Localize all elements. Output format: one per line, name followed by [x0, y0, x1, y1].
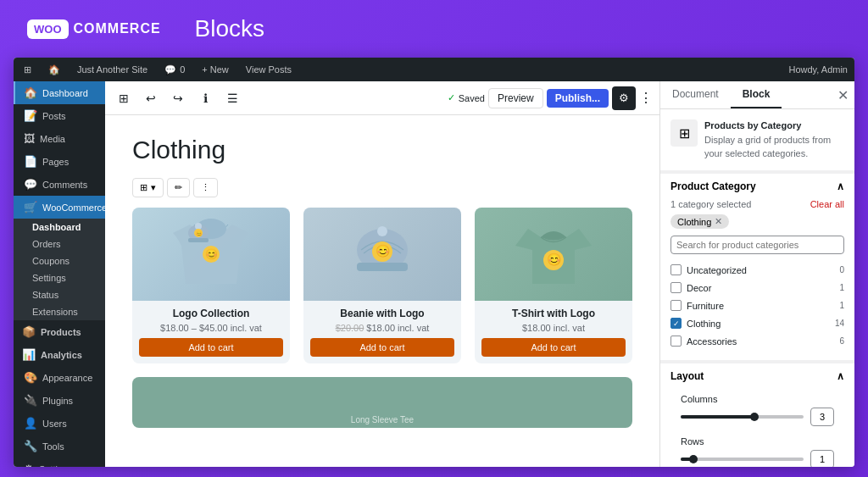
- submenu-orders[interactable]: Orders: [14, 236, 105, 252]
- sidebar-item-analytics[interactable]: 📊 Analytics: [14, 343, 105, 366]
- product-category-header[interactable]: Product Category ∧: [660, 174, 854, 199]
- category-search-input[interactable]: [670, 236, 844, 254]
- block-description: Products by Category Display a grid of p…: [704, 119, 844, 160]
- panel-close-button[interactable]: ✕: [831, 83, 854, 107]
- checkbox-furniture[interactable]: [670, 300, 682, 311]
- product-illustration-2: 😊: [331, 208, 433, 301]
- wp-logo-icon[interactable]: ⊞: [20, 58, 35, 81]
- category-count-uncategorized: 0: [839, 265, 844, 275]
- sidebar-label-products: Products: [41, 327, 81, 337]
- undo-button[interactable]: ↩: [139, 86, 163, 110]
- category-name-furniture: Furniture: [687, 301, 724, 311]
- columns-slider-row: 3: [681, 408, 834, 426]
- info-button[interactable]: ℹ: [193, 86, 217, 110]
- browser-window: ⊞ 🏠 Just Another Site 💬 0 + New View Pos…: [14, 58, 854, 467]
- columns-slider-thumb[interactable]: [750, 413, 759, 421]
- users-icon: 👤: [24, 417, 37, 430]
- add-to-cart-button-3[interactable]: Add to cart: [481, 338, 626, 357]
- category-count-clothing: 14: [835, 319, 844, 328]
- rows-slider-thumb[interactable]: [689, 455, 698, 463]
- category-item-accessories: Accessories 6: [670, 332, 844, 350]
- editor-layout: 🏠 Dashboard 📝 Posts 🖼 Media 📄 Pages 💬 Co…: [14, 81, 854, 467]
- dashboard-icon: 🏠: [24, 86, 37, 99]
- checkbox-decor[interactable]: [670, 282, 682, 293]
- sidebar-item-media[interactable]: 🖼 Media: [14, 127, 105, 150]
- block-title: Products by Category: [704, 119, 844, 132]
- submenu-status[interactable]: Status: [14, 286, 105, 303]
- product-price-2: $20.00 $18.00 incl. vat: [310, 323, 454, 333]
- woocommerce-icon: 🛒: [24, 201, 37, 214]
- sidebar-label-dashboard: Dashboard: [42, 88, 88, 98]
- layout-title: Layout: [670, 370, 704, 382]
- block-editor-area: ⊞ ↩ ↪ ℹ ☰ ✓ Saved Preview Publish... ⚙ ⋮…: [105, 81, 659, 467]
- checkbox-accessories[interactable]: [670, 336, 682, 347]
- sidebar-item-products[interactable]: 📦 Products: [14, 320, 105, 343]
- home-icon[interactable]: 🏠: [45, 58, 64, 81]
- submenu-settings[interactable]: Settings: [14, 269, 105, 286]
- layout-section: Layout ∧ Columns 3: [660, 363, 854, 467]
- sidebar-item-appearance[interactable]: 🎨 Appearance: [14, 366, 105, 389]
- redo-button[interactable]: ↪: [166, 86, 190, 110]
- woo-logo-text: COMMERCE: [74, 21, 161, 36]
- tools-icon: 🔧: [24, 440, 37, 452]
- tab-block[interactable]: Block: [731, 81, 782, 108]
- svg-text:😊: 😊: [196, 230, 203, 237]
- block-transform-button[interactable]: ⊞▾: [132, 178, 164, 197]
- add-to-cart-button-2[interactable]: Add to cart: [310, 338, 454, 357]
- columns-slider[interactable]: [681, 415, 804, 419]
- tag-close-button[interactable]: ✕: [715, 216, 722, 227]
- site-name[interactable]: Just Another Site: [74, 58, 151, 81]
- appearance-icon: 🎨: [24, 371, 37, 384]
- sidebar-item-comments[interactable]: 💬 Comments: [14, 173, 105, 196]
- product-card-1: 😊 😊 Logo Collection: [132, 208, 290, 363]
- sidebar-item-pages[interactable]: 📄 Pages: [14, 150, 105, 173]
- sidebar-label-analytics: Analytics: [41, 350, 82, 360]
- preview-button[interactable]: Preview: [488, 88, 543, 108]
- transform-icon: ⊞: [140, 182, 147, 193]
- submenu-coupons[interactable]: Coupons: [14, 252, 105, 269]
- sidebar-item-dashboard[interactable]: 🏠 Dashboard: [14, 81, 105, 104]
- product-grid: 😊 😊 Logo Collection: [132, 208, 632, 363]
- clear-all-link[interactable]: Clear all: [810, 199, 844, 209]
- block-edit-button[interactable]: ✏: [167, 178, 190, 197]
- analytics-icon: 📊: [22, 348, 36, 361]
- add-to-cart-button-1[interactable]: Add to cart: [139, 338, 283, 357]
- sidebar-label-posts: Posts: [42, 111, 66, 121]
- woo-logo: WOO COMMERCE: [27, 19, 161, 39]
- tab-document[interactable]: Document: [660, 81, 731, 108]
- product-info-1: Logo Collection $18.00 – $45.00 incl. va…: [132, 301, 290, 363]
- category-item-decor: Decor 1: [670, 279, 844, 297]
- checkbox-clothing[interactable]: [670, 318, 682, 329]
- checkbox-uncategorized[interactable]: [670, 264, 682, 275]
- sidebar-item-tools[interactable]: 🔧 Tools: [14, 435, 105, 458]
- more-options-button[interactable]: ⋮: [639, 90, 653, 106]
- submenu-dashboard[interactable]: Dashboard: [14, 219, 105, 236]
- list-view-button[interactable]: ☰: [220, 86, 244, 110]
- product-info-3: T-Shirt with Logo $18.00 incl. vat Add t…: [475, 301, 632, 363]
- sidebar-label-tools: Tools: [42, 441, 64, 452]
- sidebar-label-appearance: Appearance: [42, 373, 92, 383]
- sidebar-item-posts[interactable]: 📝 Posts: [14, 104, 105, 127]
- posts-icon: 📝: [24, 109, 37, 122]
- new-button[interactable]: + New: [198, 58, 232, 81]
- wp-admin-bar: ⊞ 🏠 Just Another Site 💬 0 + New View Pos…: [14, 58, 854, 81]
- product-image-2: 😊: [303, 208, 461, 301]
- view-posts-link[interactable]: View Posts: [242, 58, 295, 81]
- sidebar-item-users[interactable]: 👤 Users: [14, 412, 105, 435]
- preview-product-label: Long Sleeve Tee: [351, 415, 414, 428]
- comments-icon[interactable]: 💬 0: [161, 58, 188, 81]
- saved-text: Saved: [459, 93, 485, 103]
- block-inserter-button[interactable]: ⊞: [112, 86, 136, 110]
- settings-button[interactable]: ⚙: [612, 86, 636, 110]
- rows-slider-row: 1: [681, 450, 834, 467]
- publish-button[interactable]: Publish...: [547, 89, 609, 108]
- layout-section-header[interactable]: Layout ∧: [660, 363, 854, 389]
- block-more-button[interactable]: ⋮: [193, 178, 218, 197]
- product-image-3: 😊: [475, 208, 632, 301]
- sidebar-item-woocommerce[interactable]: 🛒 WooCommerce: [14, 196, 105, 219]
- rows-value: 1: [810, 450, 834, 467]
- sidebar-item-settings[interactable]: ⚙ Settings: [14, 458, 105, 467]
- sidebar-item-plugins[interactable]: 🔌 Plugins: [14, 389, 105, 412]
- rows-slider[interactable]: [681, 458, 804, 461]
- submenu-extensions[interactable]: Extensions: [14, 303, 105, 320]
